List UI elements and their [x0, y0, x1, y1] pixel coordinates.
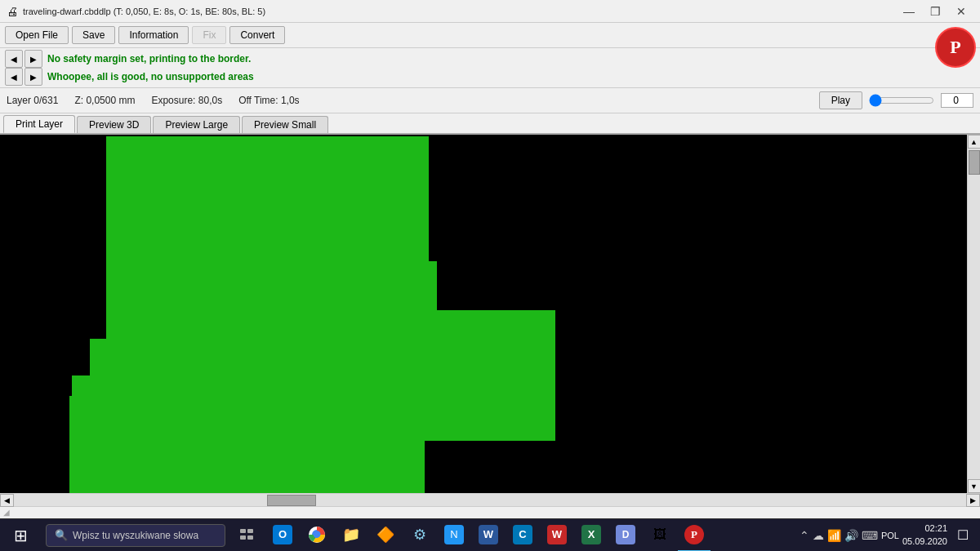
taskbar-app-photos[interactable]: 🖼 — [644, 519, 676, 552]
svg-rect-0 — [240, 529, 246, 533]
windows-icon: ⊞ — [14, 526, 28, 545]
tab-preview-small[interactable]: Preview Small — [242, 116, 328, 133]
status-line-2: ◀ ▶ Whoopee, all is good, no unsupported… — [5, 68, 975, 86]
clock-date: 05.09.2020 — [902, 535, 947, 548]
close-button[interactable]: ✕ — [949, 2, 973, 20]
explorer-icon: 📁 — [341, 525, 361, 544]
vertical-scrollbar[interactable]: ▲ ▼ — [967, 135, 980, 493]
play-button[interactable]: Play — [819, 91, 862, 109]
slider-container — [869, 94, 934, 107]
left-notch — [0, 355, 72, 396]
convert-button[interactable]: Convert — [229, 26, 285, 44]
nav-next-btn-2[interactable]: ▶ — [24, 68, 42, 86]
tab-preview-3d[interactable]: Preview 3D — [77, 116, 151, 133]
scroll-left-button[interactable]: ◀ — [0, 494, 14, 507]
search-placeholder: Wpisz tu wyszukiwane słowa — [73, 530, 198, 541]
taskbar-app-word[interactable]: W — [472, 519, 505, 552]
language-indicator[interactable]: POL — [881, 531, 899, 540]
scroll-track-horizontal — [14, 494, 966, 506]
status-line-1: ◀ ▶ No safety margin set, printing to th… — [5, 50, 975, 68]
taskbar-app-5[interactable]: 🔶 — [369, 519, 402, 552]
maximize-button[interactable]: ❒ — [923, 2, 947, 20]
nav-next-btn-1[interactable]: ▶ — [24, 50, 42, 68]
taskbar-app-7[interactable]: N — [438, 519, 470, 552]
taskbar-app-explorer[interactable]: 📁 — [335, 519, 368, 552]
tab-print-layer[interactable]: Print Layer — [3, 115, 75, 133]
tray-keyboard-icon[interactable]: ⌨ — [862, 529, 878, 542]
layer-info-bar: Layer 0/631 Z: 0,0500 mm Exposure: 80,0s… — [0, 88, 980, 113]
print-canvas — [0, 135, 967, 493]
scroll-track-right — [968, 149, 980, 479]
title-bar-left: 🖨 traveling-dwarf.cbddlp (T: 0,050, E: 8… — [7, 5, 265, 18]
photos-icon: 🖼 — [650, 525, 670, 544]
appc-icon: C — [513, 525, 532, 544]
canvas-area: ▲ ▼ ◀ ▶ — [0, 135, 980, 506]
horizontal-scrollbar[interactable]: ◀ ▶ — [0, 493, 980, 506]
discord-icon: D — [616, 525, 635, 544]
taskbar-apps: O 📁 🔶 ⚙ — [266, 519, 710, 552]
save-button[interactable]: Save — [72, 26, 115, 44]
layer-counter: Layer 0/631 — [7, 95, 58, 106]
tab-preview-large[interactable]: Preview Large — [153, 116, 240, 133]
taskbar-app-6[interactable]: ⚙ — [403, 519, 436, 552]
status-bar: ◀ ▶ No safety margin set, printing to th… — [0, 48, 980, 88]
taskbar-app-outlook[interactable]: O — [266, 519, 299, 552]
off-time-value: Off Time: 1,0s — [238, 95, 299, 106]
taskbar-app-discord[interactable]: D — [609, 519, 642, 552]
tray-cloud-icon[interactable]: ☁ — [813, 529, 824, 542]
nav-arrows-1: ◀ ▶ — [5, 50, 42, 68]
tray-volume-icon[interactable]: 🔊 — [844, 529, 858, 542]
status-text-2: Whoopee, all is good, no unsupported are… — [47, 71, 254, 82]
taskbar-app-excel[interactable]: X — [575, 519, 608, 552]
app-icon: 🖨 — [7, 5, 18, 18]
fix-button[interactable]: Fix — [192, 26, 226, 44]
layer-number-input[interactable]: 0 — [941, 93, 973, 108]
taskbar: ⊞ 🔍 Wpisz tu wyszukiwane słowa O — [0, 518, 980, 551]
scroll-up-button[interactable]: ▲ — [968, 135, 981, 149]
toolbar: Open File Save Information Fix Convert — [0, 23, 980, 48]
taskbar-app-taskview[interactable] — [230, 519, 263, 552]
start-button[interactable]: ⊞ — [0, 519, 41, 552]
layer-shape — [69, 136, 555, 493]
svg-rect-2 — [240, 535, 246, 540]
app6-icon: ⚙ — [410, 525, 430, 544]
open-file-button[interactable]: Open File — [5, 26, 69, 44]
taskview-icon — [237, 525, 256, 544]
word-icon: W — [479, 525, 498, 544]
chrome-icon — [307, 525, 327, 544]
scroll-right-button[interactable]: ▶ — [966, 494, 980, 507]
taskbar-tray: ⌃ ☁ 📶 🔊 ⌨ POL 02:21 05.09.2020 ☐ — [800, 522, 980, 548]
app7-icon: N — [444, 525, 464, 544]
taskbar-app-c[interactable]: C — [506, 519, 539, 552]
layer-slider[interactable] — [869, 94, 934, 107]
taskbar-search[interactable]: 🔍 Wpisz tu wyszukiwane słowa — [46, 524, 225, 547]
resize-handle[interactable]: ◢ — [0, 506, 980, 518]
outlook-icon: O — [273, 525, 292, 544]
scroll-thumb-right[interactable] — [969, 150, 980, 175]
nav-prev-btn-2[interactable]: ◀ — [5, 68, 23, 86]
tray-chevron-icon[interactable]: ⌃ — [800, 529, 809, 542]
nav-arrows-2: ◀ ▶ — [5, 68, 42, 86]
wred-icon: W — [547, 525, 567, 544]
resize-icon: ◢ — [3, 508, 10, 517]
app-logo: P — [935, 27, 976, 68]
taskbar-app-chrome[interactable] — [301, 519, 333, 552]
minimize-button[interactable]: — — [897, 2, 921, 20]
title-bar-controls: — ❒ ✕ — [897, 2, 973, 20]
clock-time: 02:21 — [902, 522, 947, 535]
notification-icon: ☐ — [957, 527, 969, 543]
scroll-down-button[interactable]: ▼ — [968, 479, 981, 493]
exposure-value: Exposure: 80,0s — [151, 95, 222, 106]
search-icon: 🔍 — [55, 529, 68, 541]
app5-icon: 🔶 — [376, 525, 395, 544]
taskbar-app-wred[interactable]: W — [541, 519, 573, 552]
status-text-1: No safety margin set, printing to the bo… — [47, 53, 251, 64]
svg-rect-1 — [247, 529, 253, 533]
notification-button[interactable]: ☐ — [951, 523, 975, 548]
tray-network-icon[interactable]: 📶 — [827, 529, 841, 542]
scroll-thumb-horizontal[interactable] — [267, 495, 316, 506]
nav-prev-btn-1[interactable]: ◀ — [5, 50, 23, 68]
system-clock[interactable]: 02:21 05.09.2020 — [902, 522, 947, 548]
information-button[interactable]: Information — [118, 26, 189, 44]
taskbar-app-chitubox[interactable]: P — [678, 519, 710, 552]
